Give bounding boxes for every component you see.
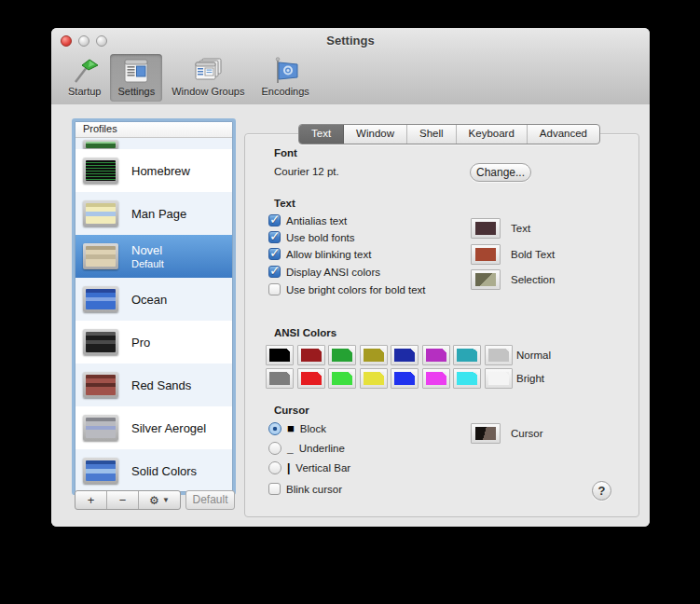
profile-row-partial[interactable] [75,138,232,149]
ansi-color-well-white[interactable] [485,345,513,365]
ansi-color-well-black[interactable] [266,345,294,365]
startup-flag-icon [70,57,100,85]
checkbox-antialias-text[interactable]: Antialias text [268,214,347,226]
checkbox-use-bold-fonts[interactable]: Use bold fonts [268,231,355,243]
toolbar-label: Startup [68,86,101,97]
toolbar-item-encodings[interactable]: Encodings [254,54,316,102]
text-color-well[interactable] [471,218,501,239]
profile-thumbnail [83,200,118,226]
profile-row-man-page[interactable]: Man Page [75,192,232,235]
radio-unselected-icon [268,442,281,455]
checkbox-checked-icon [268,214,281,226]
profile-row-pro[interactable]: Pro [75,321,232,364]
profile-row-homebrew[interactable]: Homebrew [75,149,232,192]
window-chrome: Settings Startup [51,28,650,105]
tab-window[interactable]: Window [344,125,407,144]
title-bar[interactable]: Settings [51,28,650,54]
ansi-colors-heading: ANSI Colors [274,327,336,338]
checkbox-use-bright-colors[interactable]: Use bright colors for bold text [268,283,426,295]
bold-text-color-well[interactable] [471,244,501,265]
text-settings-panel: Font Courier 12 pt. Change... Text Antia… [244,133,639,517]
ansi-color-well-green[interactable] [328,345,356,365]
ansi-color-well-red[interactable] [297,345,325,365]
profile-thumbnail [83,415,118,441]
checkbox-display-ansi-colors[interactable]: Display ANSI colors [268,266,380,278]
checkbox-blink-cursor[interactable]: Blink cursor [268,483,342,495]
content-area: Profiles Homebrew Man Page Novel Default [51,104,650,527]
text-section-heading: Text [274,198,295,209]
tab-advanced[interactable]: Advanced [528,125,599,144]
cursor-color-label: Cursor [511,428,543,439]
profile-actions-menu-button[interactable]: ⚙ ▼ [139,491,180,509]
toolbar-item-startup[interactable]: Startup [61,54,108,102]
gear-icon: ⚙ [149,494,159,507]
ansi-bright-well-magenta[interactable] [422,368,450,389]
ansi-bright-row [266,368,515,389]
cursor-color-well[interactable] [471,423,501,444]
profile-row-ocean[interactable]: Ocean [75,278,232,321]
chevron-down-icon: ▼ [162,496,170,504]
settings-window-icon [121,57,151,85]
profile-thumbnail [83,329,118,355]
settings-window: Settings Startup [51,28,650,527]
ansi-bright-well-blue[interactable] [391,368,419,389]
profile-name: Homebrew [131,164,190,178]
ansi-color-well-cyan[interactable] [453,345,481,365]
profile-row-novel-selected[interactable]: Novel Default [75,235,232,278]
profile-row-solid-colors[interactable]: Solid Colors [75,449,232,492]
profile-name: Pro [131,336,150,350]
window-title: Settings [51,34,650,48]
cursor-section-heading: Cursor [274,405,309,416]
profile-row-red-sands[interactable]: Red Sands [75,364,232,406]
tab-keyboard[interactable]: Keyboard [457,125,528,144]
checkbox-unchecked-icon [268,483,281,495]
ansi-bright-label: Bright [516,373,544,384]
profile-list-actions: + − ⚙ ▼ Default [75,490,235,510]
ansi-color-well-magenta[interactable] [422,345,450,365]
radio-unselected-icon [268,461,281,474]
radio-cursor-block[interactable]: ■ Block [268,421,326,435]
profile-thumbnail [83,458,118,484]
radio-cursor-underline[interactable]: _ Underline [268,442,345,455]
profile-row-silver-aerogel[interactable]: Silver Aerogel [75,406,232,449]
toolbar-label: Window Groups [172,86,244,97]
ansi-bright-well-cyan[interactable] [453,368,481,389]
ansi-bright-well-green[interactable] [328,368,356,389]
profiles-list[interactable]: Profiles Homebrew Man Page Novel Default [75,121,233,492]
change-font-button[interactable]: Change... [470,163,531,182]
radio-selected-icon [268,422,281,435]
ansi-bright-well-red[interactable] [297,368,325,389]
selection-color-well[interactable] [471,269,501,290]
ansi-color-well-yellow[interactable] [360,345,388,365]
checkbox-checked-icon [268,266,281,278]
checkbox-checked-icon [268,248,281,260]
selection-color-label: Selection [511,274,555,285]
profile-name: Man Page [131,207,186,221]
ansi-bright-well-yellow[interactable] [360,368,388,389]
ansi-color-well-blue[interactable] [391,345,419,365]
toolbar-item-window-groups[interactable]: Window Groups [164,54,252,102]
profile-thumbnail [83,286,118,312]
toolbar-item-settings[interactable]: Settings [110,54,162,102]
help-button[interactable]: ? [592,481,611,501]
checkbox-unchecked-icon [268,283,281,295]
tab-text[interactable]: Text [299,125,344,144]
profile-name: Ocean [131,293,167,307]
ansi-bright-well-black[interactable] [266,368,294,389]
profile-thumbnail [83,158,118,184]
profile-default-badge: Default [131,258,164,269]
checkbox-allow-blinking-text[interactable]: Allow blinking text [268,248,371,260]
window-groups-icon [193,57,223,85]
radio-cursor-vertical-bar[interactable]: | Vertical Bar [268,461,350,474]
tab-shell[interactable]: Shell [407,125,457,144]
ansi-normal-label: Normal [516,350,551,361]
toolbar-label: Encodings [261,86,309,97]
default-button[interactable]: Default [185,490,235,510]
profile-thumbnail [83,243,118,269]
profile-thumbnail [86,142,116,148]
font-value: Courier 12 pt. [274,166,339,177]
add-profile-button[interactable]: + [75,491,107,509]
remove-profile-button[interactable]: − [107,491,139,509]
ansi-bright-well-white[interactable] [485,368,513,389]
profile-name: Silver Aerogel [131,421,206,435]
